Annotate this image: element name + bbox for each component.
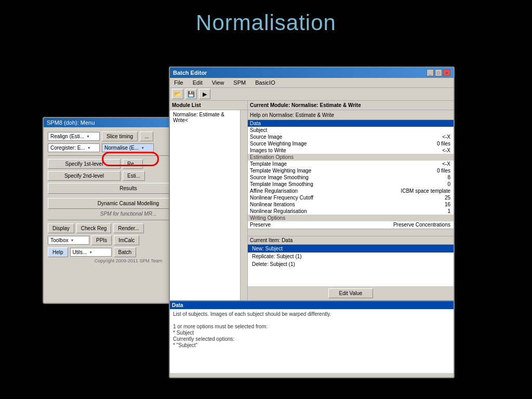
- help-table-row[interactable]: Data: [248, 120, 454, 127]
- help-row-value: 16: [355, 201, 454, 208]
- coregister-dropdown[interactable]: Coregister: E...: [48, 143, 100, 152]
- check-reg-btn[interactable]: Check Reg: [76, 223, 111, 233]
- batch-restore-btn[interactable]: □: [435, 69, 442, 76]
- help-table-row[interactable]: Nonlinear Iterations16: [248, 201, 454, 208]
- help-row-label: Source Weighting Image: [248, 140, 355, 147]
- help-row-value: 8: [355, 174, 454, 181]
- specify-1st-btn[interactable]: Specify 1st-level: [48, 159, 121, 169]
- batch-titlebar: Batch Editor _ □ ×: [170, 68, 454, 78]
- option-item[interactable]: New: Subject: [248, 245, 454, 252]
- help-table-row[interactable]: Nonlinear Regularisation1: [248, 208, 454, 215]
- toolbar-open-btn[interactable]: 📂: [172, 89, 183, 99]
- help-row-value: 0: [355, 181, 454, 188]
- help-table-row[interactable]: Template Image Smoothing0: [248, 181, 454, 188]
- utils-dropdown[interactable]: Utils...: [70, 248, 112, 257]
- edit-value-btn[interactable]: Edit Value: [328, 288, 374, 298]
- module-panel: Module List Normalise: Estimate & Write<: [170, 101, 248, 300]
- help-row-value: 25: [355, 194, 454, 201]
- help-row-value: 0 files: [355, 140, 454, 147]
- batch-close-btn[interactable]: ×: [443, 69, 450, 76]
- help-row-label: Nonlinear Frequency Cutoff: [248, 194, 355, 201]
- help-table-row[interactable]: Writing Options: [248, 215, 454, 221]
- module-list-header: Module List: [170, 101, 247, 110]
- help-row-label: Nonlinear Regularisation: [248, 208, 355, 215]
- spm-titlebar-title: SPM8 (doh): Menu: [47, 119, 95, 126]
- module-scrollbar[interactable]: [240, 110, 247, 300]
- help-table-row[interactable]: Images to Write<-X: [248, 147, 454, 154]
- toolbar-save-btn[interactable]: 💾: [185, 89, 197, 99]
- module-item-normalise[interactable]: Normalise: Estimate & Write<: [170, 110, 240, 125]
- help-table-row[interactable]: PreservePreserve Concentrations: [248, 221, 454, 228]
- slice-timing-btn[interactable]: Slice timing: [102, 131, 138, 141]
- help-row-label: Estimation Options: [248, 154, 355, 161]
- re-btn[interactable]: Re...: [123, 159, 143, 169]
- help-panel: Current Module: Normalise: Estimate & Wr…: [248, 101, 454, 300]
- batch-editor-window: Batch Editor _ □ × File Edit View SPM Ba…: [169, 66, 455, 378]
- help-row-label: Images to Write: [248, 147, 355, 154]
- render-btn[interactable]: Render...: [113, 223, 144, 233]
- help-row-label: Nonlinear Iterations: [248, 201, 355, 208]
- esti-btn[interactable]: Esti...: [123, 171, 145, 181]
- menu-edit[interactable]: Edit: [191, 79, 205, 86]
- help-row-value: [355, 120, 454, 127]
- help-row-value: [355, 215, 454, 221]
- toolbar-run-btn[interactable]: ▶: [199, 89, 210, 99]
- help-row-value: ICBM space template: [355, 188, 454, 194]
- specify-2nd-btn[interactable]: Specify 2nd-level: [48, 171, 121, 181]
- ppis-btn[interactable]: PPIs: [91, 235, 112, 245]
- help-row-label: Source Image Smoothing: [248, 174, 355, 181]
- batch-content: Module List Normalise: Estimate & Write<…: [170, 101, 454, 373]
- help-table-row[interactable]: Subject: [248, 127, 454, 134]
- display-btn[interactable]: Display: [48, 223, 74, 233]
- help-row-value: 1: [355, 208, 454, 215]
- help-module-header: Current Module: Normalise: Estimate & Wr…: [248, 101, 454, 110]
- menu-view[interactable]: View: [210, 79, 227, 86]
- help-row-value: Preserve Concentrations: [355, 221, 454, 228]
- help-row-label: Writing Options: [248, 215, 355, 221]
- realign-dropdown[interactable]: Realign (Esti...: [48, 132, 100, 141]
- help-table-row[interactable]: Nonlinear Frequency Cutoff25: [248, 194, 454, 201]
- menu-basicio[interactable]: BasicIO: [253, 79, 277, 86]
- batch-title: Batch Editor: [173, 70, 207, 76]
- help-row-value: [355, 154, 454, 161]
- help-row-label: Subject: [248, 127, 355, 134]
- help-row-label: Template Image: [248, 161, 355, 167]
- help-row-label: Preserve: [248, 221, 355, 228]
- batch-titlebar-controls: _ □ ×: [427, 69, 450, 76]
- lower-panel: New: SubjectReplicate: Subject (1)Delete…: [248, 245, 454, 286]
- batch-menubar: File Edit View SPM BasicIO: [170, 78, 454, 88]
- option-item[interactable]: Delete: Subject (1): [248, 260, 454, 268]
- page-title: Normalisation: [0, 0, 532, 35]
- help-table-row[interactable]: Estimation Options: [248, 154, 454, 161]
- help-table-row[interactable]: Source Image<-X: [248, 134, 454, 140]
- help-content: Data Subject Source Image<-X Source Weig…: [248, 120, 454, 229]
- module-list-content: Normalise: Estimate & Write<: [170, 110, 240, 300]
- normalise-dropdown[interactable]: Normalise (E...: [102, 143, 154, 152]
- toolbox-dropdown[interactable]: Toolbox: [48, 236, 89, 245]
- help-row-label: Template Image Smoothing: [248, 181, 355, 188]
- edit-value-row: Edit Value: [248, 286, 454, 300]
- h-scrollbar[interactable]: [248, 229, 454, 236]
- help-table-row[interactable]: Source Weighting Image0 files: [248, 140, 454, 147]
- help-btn[interactable]: Help: [48, 247, 68, 257]
- help-table-row[interactable]: Affine RegularisationICBM space template: [248, 188, 454, 194]
- module-list-inner: Normalise: Estimate & Write<: [170, 110, 247, 300]
- help-row-label: Source Image: [248, 134, 355, 140]
- help-table-row[interactable]: Template Weighting Image0 files: [248, 167, 454, 174]
- menu-file[interactable]: File: [172, 79, 185, 86]
- help-table-row[interactable]: Template Image<-X: [248, 161, 454, 167]
- menu-spm[interactable]: SPM: [231, 79, 248, 86]
- current-item-label: Current Item: Data: [248, 236, 454, 245]
- extra-btn1[interactable]: ...: [140, 131, 153, 141]
- help-row-label: Template Weighting Image: [248, 167, 355, 174]
- batch-btn[interactable]: Batch: [114, 247, 137, 257]
- batch-bottom: Data List of subjects. Images of each su…: [170, 300, 454, 373]
- option-item[interactable]: Replicate: Subject (1): [248, 252, 454, 260]
- help-row-label: Affine Regularisation: [248, 188, 355, 194]
- help-row-value: <-X: [355, 161, 454, 167]
- batch-top-panels: Module List Normalise: Estimate & Write<…: [170, 101, 454, 300]
- imcalc-btn[interactable]: ImCalc: [114, 235, 139, 245]
- help-table-row[interactable]: Source Image Smoothing8: [248, 174, 454, 181]
- help-row-label: Data: [248, 120, 355, 127]
- batch-minimize-btn[interactable]: _: [427, 69, 434, 76]
